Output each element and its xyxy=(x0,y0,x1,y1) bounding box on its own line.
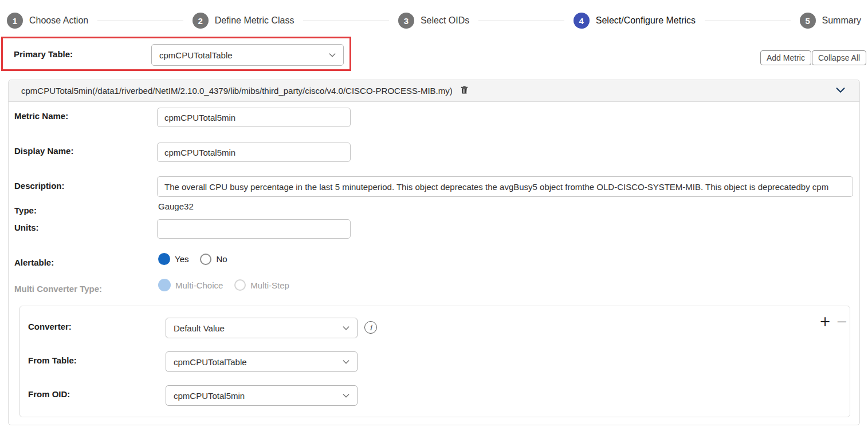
primary-table-label: Primary Table: xyxy=(14,49,73,59)
step-connector xyxy=(303,21,389,21)
primary-table-select-value: cpmCPUTotalTable xyxy=(159,50,233,60)
metric-name-input[interactable] xyxy=(157,108,351,127)
step-select-oids[interactable]: 3 Select OIDs xyxy=(398,13,469,29)
step-4-indicator: 4 xyxy=(574,13,590,29)
chevron-down-icon xyxy=(341,391,351,400)
step-3-label: Select OIDs xyxy=(421,15,469,26)
step-3-indicator: 3 xyxy=(398,13,414,29)
metric-name-label: Metric Name: xyxy=(14,111,68,121)
multi-converter-type-label: Multi Converter Type: xyxy=(14,284,102,294)
multi-step-label: Multi-Step xyxy=(250,280,289,290)
description-input[interactable] xyxy=(157,176,853,197)
converter-subpanel: Converter: Default Value i + − From Tabl… xyxy=(19,306,850,417)
multi-step-radio xyxy=(234,279,246,291)
units-label: Units: xyxy=(14,223,39,232)
alertable-yes-radio[interactable] xyxy=(158,253,170,265)
chevron-down-icon xyxy=(834,84,847,98)
step-choose-action[interactable]: 1 Choose Action xyxy=(7,13,88,29)
primary-table-select[interactable]: cpmCPUTotalTable xyxy=(151,44,344,66)
step-define-metric-class[interactable]: 2 Define Metric Class xyxy=(193,13,294,29)
from-oid-select-value: cpmCPUTotal5min xyxy=(174,391,245,401)
step-2-indicator: 2 xyxy=(193,13,209,29)
chevron-down-icon xyxy=(328,50,337,60)
alertable-label: Alertable: xyxy=(14,258,54,267)
delete-metric-button[interactable] xyxy=(459,85,469,97)
info-icon[interactable]: i xyxy=(364,321,377,334)
step-5-label: Summary xyxy=(822,15,861,26)
trash-icon xyxy=(459,85,469,97)
alertable-yes-label: Yes xyxy=(175,254,188,264)
description-label: Description: xyxy=(14,181,65,191)
from-table-select-value: cpmCPUTotalTable xyxy=(174,357,247,367)
units-input[interactable] xyxy=(157,219,351,239)
collapse-all-button[interactable]: Collapse All xyxy=(812,50,866,65)
converter-select-value: Default Value xyxy=(174,323,225,333)
display-name-label: Display Name: xyxy=(14,146,73,156)
collapse-panel-button[interactable] xyxy=(834,84,847,98)
add-converter-button[interactable]: + xyxy=(819,315,831,329)
step-connector xyxy=(97,21,183,21)
type-label: Type: xyxy=(14,205,37,215)
from-table-label: From Table: xyxy=(28,355,77,365)
step-connector xyxy=(478,21,564,21)
wizard-stepper: 1 Choose Action 2 Define Metric Class 3 … xyxy=(7,11,861,30)
step-1-label: Choose Action xyxy=(29,15,88,26)
converter-select[interactable]: Default Value xyxy=(166,318,358,338)
alertable-radio-group: Yes No xyxy=(158,253,239,265)
step-2-label: Define Metric Class xyxy=(215,15,294,26)
step-5-indicator: 5 xyxy=(800,13,816,29)
metric-panel-header[interactable]: cpmCPUTotal5min(/data1/riverbed/NetIM/2.… xyxy=(9,80,859,102)
add-metric-button[interactable]: Add Metric xyxy=(760,50,811,65)
type-value: Gauge32 xyxy=(158,201,194,211)
metric-wizard-page: 1 Choose Action 2 Define Metric Class 3 … xyxy=(0,0,868,431)
multi-converter-radio-group: Multi-Choice Multi-Step xyxy=(158,279,301,291)
metric-panel: cpmCPUTotal5min(/data1/riverbed/NetIM/2.… xyxy=(8,80,860,425)
multi-choice-radio xyxy=(158,279,171,291)
from-table-select[interactable]: cpmCPUTotalTable xyxy=(166,351,358,372)
display-name-input[interactable] xyxy=(157,143,351,162)
chevron-down-icon xyxy=(341,357,351,366)
multi-choice-label: Multi-Choice xyxy=(175,280,223,290)
step-select-configure-metrics[interactable]: 4 Select/Configure Metrics xyxy=(574,13,696,29)
alertable-no-radio[interactable] xyxy=(200,254,211,265)
chevron-down-icon xyxy=(341,323,351,333)
alertable-no-label: No xyxy=(216,254,227,264)
step-1-indicator: 1 xyxy=(7,13,23,29)
step-summary[interactable]: 5 Summary xyxy=(800,13,861,29)
metric-panel-title: cpmCPUTotal5min(/data1/riverbed/NetIM/2.… xyxy=(21,86,453,96)
step-connector xyxy=(705,21,791,21)
step-4-label: Select/Configure Metrics xyxy=(596,15,696,26)
from-oid-select[interactable]: cpmCPUTotal5min xyxy=(166,385,358,406)
converter-label: Converter: xyxy=(28,322,72,331)
from-oid-label: From OID: xyxy=(28,389,70,399)
remove-converter-button: − xyxy=(836,315,847,329)
